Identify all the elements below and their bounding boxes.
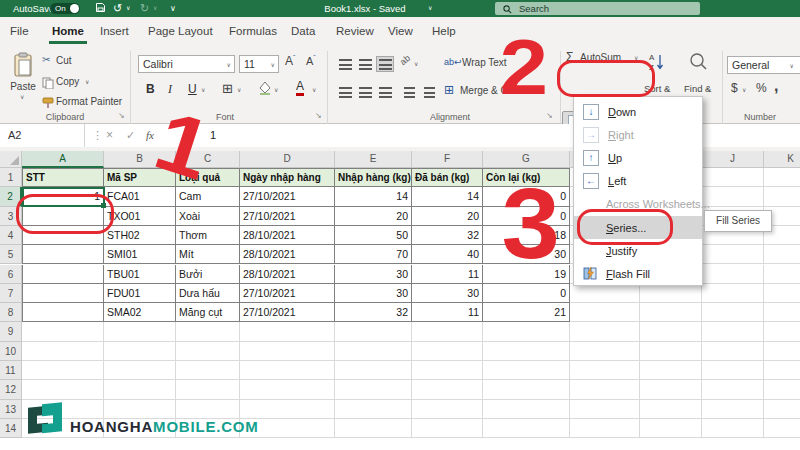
find-select-button[interactable]: Find & xyxy=(684,83,711,94)
cell-D9[interactable] xyxy=(240,322,335,341)
fill-menu-item-up[interactable]: ↑Up xyxy=(574,146,702,169)
cell-J12[interactable] xyxy=(702,380,764,399)
cell-F3[interactable]: 20 xyxy=(412,207,483,226)
cell-J6[interactable] xyxy=(702,265,764,284)
cell-J5[interactable] xyxy=(702,245,764,264)
cell-C7[interactable]: Dưa hấu xyxy=(176,284,240,303)
borders-icon[interactable]: ⊞ xyxy=(222,81,233,96)
cell-K6[interactable] xyxy=(764,265,800,284)
cell-J1[interactable] xyxy=(702,168,764,187)
font-name-select[interactable]: Calibri ∨ xyxy=(138,55,235,73)
cell-F11[interactable] xyxy=(412,361,483,380)
cell-F10[interactable] xyxy=(412,342,483,361)
row-header-14[interactable]: 14 xyxy=(0,419,22,438)
cell-K14[interactable] xyxy=(764,419,800,438)
font-color-icon[interactable]: A xyxy=(296,80,304,96)
cell-A9[interactable] xyxy=(22,322,104,341)
currency-dropdown-icon[interactable]: ∨ xyxy=(742,86,746,93)
align-top-icon[interactable] xyxy=(336,56,354,72)
cell-C10[interactable] xyxy=(176,342,240,361)
grow-font-icon[interactable]: Aˆ xyxy=(285,54,295,68)
format-painter-icon[interactable] xyxy=(42,95,54,113)
increase-indent-icon[interactable] xyxy=(420,84,438,100)
cell-F1[interactable]: Đã bán (kg) xyxy=(412,168,483,187)
cell-E14[interactable] xyxy=(335,419,412,438)
column-header-J[interactable]: J xyxy=(702,151,764,168)
underline-button[interactable]: U xyxy=(188,82,197,96)
cell-H13[interactable] xyxy=(570,400,640,419)
cell-H9[interactable] xyxy=(570,322,640,341)
cell-G14[interactable] xyxy=(483,419,570,438)
cell-E2[interactable]: 14 xyxy=(335,187,412,206)
cell-E11[interactable] xyxy=(335,361,412,380)
currency-format-button[interactable]: $ xyxy=(731,81,738,95)
percent-format-button[interactable]: % xyxy=(756,81,767,95)
format-painter-button[interactable]: Format Painter xyxy=(56,96,122,107)
cell-K13[interactable] xyxy=(764,400,800,419)
cell-H8[interactable] xyxy=(570,303,640,322)
decrease-indent-icon[interactable] xyxy=(400,84,418,100)
cell-F7[interactable]: 30 xyxy=(412,284,483,303)
cell-J13[interactable] xyxy=(702,400,764,419)
cell-H11[interactable] xyxy=(570,361,640,380)
align-right-icon[interactable] xyxy=(376,84,394,100)
borders-dropdown-icon[interactable]: ∨ xyxy=(237,86,241,93)
enter-icon[interactable]: ✓ xyxy=(126,124,135,147)
align-bottom-icon[interactable] xyxy=(376,56,394,72)
cell-D6[interactable]: 28/10/2021 xyxy=(240,265,335,284)
cell-K8[interactable] xyxy=(764,303,800,322)
cell-E7[interactable]: 30 xyxy=(335,284,412,303)
save-icon[interactable] xyxy=(95,2,106,17)
cell-D3[interactable]: 27/10/2021 xyxy=(240,207,335,226)
cell-H10[interactable] xyxy=(570,342,640,361)
cell-E4[interactable]: 50 xyxy=(335,226,412,245)
cell-B3[interactable]: TXO01 xyxy=(104,207,176,226)
cell-G11[interactable] xyxy=(483,361,570,380)
cell-E13[interactable] xyxy=(335,400,412,419)
cell-B2[interactable]: FCA01 xyxy=(104,187,176,206)
cell-K1[interactable] xyxy=(764,168,800,187)
cell-I14[interactable] xyxy=(640,419,702,438)
cell-H7[interactable] xyxy=(570,284,640,303)
search-input[interactable] xyxy=(517,2,681,15)
cell-F5[interactable]: 40 xyxy=(412,245,483,264)
row-header-11[interactable]: 11 xyxy=(0,361,22,380)
cell-I10[interactable] xyxy=(640,342,702,361)
cell-E5[interactable]: 70 xyxy=(335,245,412,264)
cell-E1[interactable]: Nhập hàng (kg) xyxy=(335,168,412,187)
cut-icon[interactable]: ✂ xyxy=(42,54,50,65)
cell-C6[interactable]: Bưởi xyxy=(176,265,240,284)
fill-menu-item-down[interactable]: ↓Down xyxy=(574,100,702,123)
cell-I9[interactable] xyxy=(640,322,702,341)
row-header-7[interactable]: 7 xyxy=(0,284,22,303)
underline-dropdown-icon[interactable]: ∨ xyxy=(201,86,205,93)
cell-C12[interactable] xyxy=(176,380,240,399)
cell-A5[interactable] xyxy=(22,245,104,264)
column-header-E[interactable]: E xyxy=(335,151,412,168)
cancel-icon[interactable]: × xyxy=(106,124,113,147)
cell-A7[interactable] xyxy=(22,284,104,303)
find-select-icon[interactable] xyxy=(688,52,708,78)
tab-page-layout[interactable]: Page Layout xyxy=(148,25,213,37)
cell-G10[interactable] xyxy=(483,342,570,361)
column-header-F[interactable]: F xyxy=(412,151,483,168)
tab-file[interactable]: File xyxy=(10,25,29,37)
cell-G7[interactable]: 0 xyxy=(483,284,570,303)
cell-I7[interactable] xyxy=(640,284,702,303)
cell-K5[interactable] xyxy=(764,245,800,264)
cell-D2[interactable]: 27/10/2021 xyxy=(240,187,335,206)
cell-I12[interactable] xyxy=(640,380,702,399)
row-header-8[interactable]: 8 xyxy=(0,303,22,322)
row-header-10[interactable]: 10 xyxy=(0,342,22,361)
cell-K11[interactable] xyxy=(764,361,800,380)
orientation-dropdown-icon[interactable]: ∨ xyxy=(414,60,418,67)
align-middle-icon[interactable] xyxy=(356,56,374,72)
tab-home[interactable]: Home xyxy=(52,25,84,37)
cell-K7[interactable] xyxy=(764,284,800,303)
cell-E3[interactable]: 20 xyxy=(335,207,412,226)
cell-A6[interactable] xyxy=(22,265,104,284)
row-header-4[interactable]: 4 xyxy=(0,226,22,245)
fill-color-dropdown-icon[interactable]: ∨ xyxy=(274,86,278,93)
document-title[interactable]: Book1.xlsx - Saved xyxy=(300,3,430,14)
cell-C8[interactable]: Măng cụt xyxy=(176,303,240,322)
